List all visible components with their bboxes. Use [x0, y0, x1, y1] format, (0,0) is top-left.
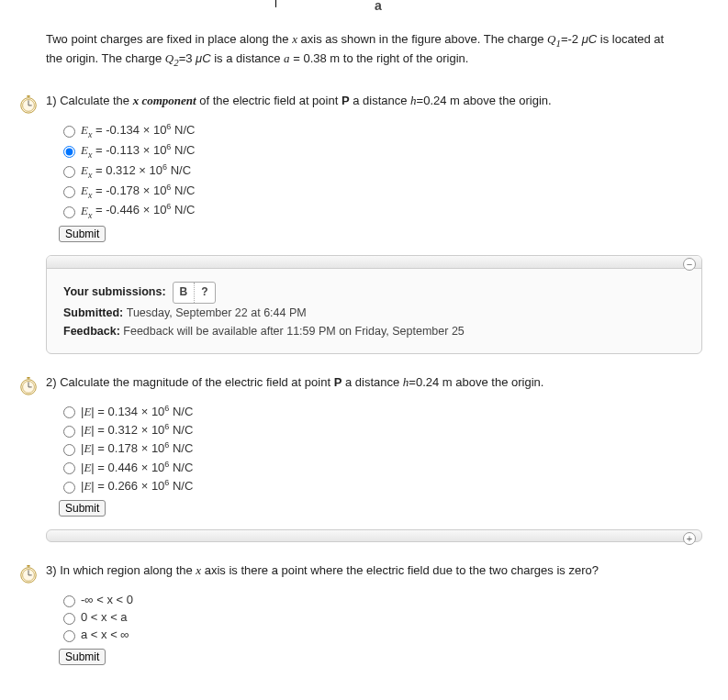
radio-input[interactable] [63, 206, 75, 218]
timer-icon [18, 94, 39, 115]
q2-option[interactable]: |E| = 0.178 × 106 N/C [59, 440, 702, 456]
q3-option[interactable]: a < x < ∞ [59, 628, 702, 642]
grade-badge[interactable]: B? [173, 282, 216, 303]
radio-input[interactable] [63, 186, 75, 198]
q1-option[interactable]: Ex = 0.312 × 106 N/C [59, 162, 702, 180]
q2-option[interactable]: |E| = 0.446 × 106 N/C [59, 460, 702, 475]
option-text: -∞ < x < 0 [81, 593, 133, 606]
radio-input[interactable] [63, 444, 75, 456]
q1-option[interactable]: Ex = -0.446 × 106 N/C [59, 202, 702, 219]
figure-a-label: a [375, 0, 382, 13]
timer-icon [18, 376, 39, 396]
radio-input[interactable] [63, 462, 75, 474]
radio-input[interactable] [63, 613, 75, 625]
question-2: 2) Calculate the magnitude of the electr… [46, 374, 702, 543]
q2-option[interactable]: |E| = 0.312 × 106 N/C [59, 422, 702, 438]
intro-text: Two point charges are fixed in place alo… [46, 31, 682, 71]
expand-icon[interactable]: + [683, 532, 696, 545]
option-text: |E| = 0.446 × 106 N/C [81, 460, 193, 475]
option-text: Ex = -0.178 × 106 N/C [81, 183, 195, 200]
option-text: |E| = 0.266 × 106 N/C [81, 478, 193, 494]
q2-option[interactable]: |E| = 0.266 × 106 N/C [59, 478, 702, 494]
question-1: 1) Calculate the x component of the elec… [46, 93, 702, 354]
radio-input[interactable] [63, 482, 75, 494]
option-text: Ex = -0.446 × 106 N/C [81, 202, 195, 219]
q1-submit-button[interactable]: Submit [59, 226, 106, 242]
q2-submit-button[interactable]: Submit [59, 500, 106, 517]
svg-rect-4 [27, 94, 30, 96]
radio-input[interactable] [63, 406, 75, 418]
q1-option[interactable]: Ex = -0.178 × 106 N/C [59, 183, 702, 200]
option-text: a < x < ∞ [81, 628, 129, 641]
q1-option[interactable]: Ex = -0.134 × 106 N/C [59, 122, 702, 139]
radio-input[interactable] [63, 166, 75, 178]
q3-number: 3) [46, 563, 60, 577]
radio-input[interactable] [63, 595, 75, 607]
option-text: |E| = 0.134 × 106 N/C [81, 404, 193, 419]
option-text: Ex = 0.312 × 106 N/C [81, 162, 191, 180]
q1-submitted-value: Tuesday, September 22 at 6:44 PM [127, 306, 307, 319]
option-text: |E| = 0.178 × 106 N/C [81, 440, 193, 456]
svg-rect-9 [27, 376, 30, 378]
q2-feedback-collapsed: + [46, 529, 702, 542]
radio-input[interactable] [63, 126, 75, 138]
option-text: |E| = 0.312 × 106 N/C [81, 422, 193, 438]
q1-submitted-label: Submitted: [63, 306, 127, 319]
svg-rect-14 [27, 565, 30, 567]
radio-input[interactable] [63, 426, 75, 438]
q3-option[interactable]: -∞ < x < 0 [59, 593, 702, 607]
question-3: 3) In which region along the x axis is t… [46, 562, 702, 664]
option-text: 0 < x < a [81, 610, 128, 624]
q3-option[interactable]: 0 < x < a [59, 610, 702, 625]
q1-feedback-panel: − Your submissions: B? Submitted: Tuesda… [46, 255, 702, 353]
option-text: Ex = -0.113 × 106 N/C [81, 142, 195, 160]
figure-tick [275, 0, 276, 7]
timer-icon [18, 564, 39, 584]
q2-option[interactable]: |E| = 0.134 × 106 N/C [59, 404, 702, 419]
q1-xcomp: x component [133, 94, 196, 107]
q2-number: 2) [46, 375, 60, 389]
radio-input[interactable] [63, 146, 75, 158]
q1-submissions-label: Your submissions: [63, 285, 166, 298]
q1-feedback-value: Feedback will be available after 11:59 P… [123, 325, 465, 338]
q1-option[interactable]: Ex = -0.113 × 106 N/C [59, 142, 702, 160]
q1-feedback-label: Feedback: [63, 325, 123, 338]
q3-submit-button[interactable]: Submit [59, 649, 106, 665]
radio-input[interactable] [63, 630, 75, 642]
option-text: Ex = -0.134 × 106 N/C [81, 122, 195, 139]
q1-number: 1) [46, 94, 60, 107]
